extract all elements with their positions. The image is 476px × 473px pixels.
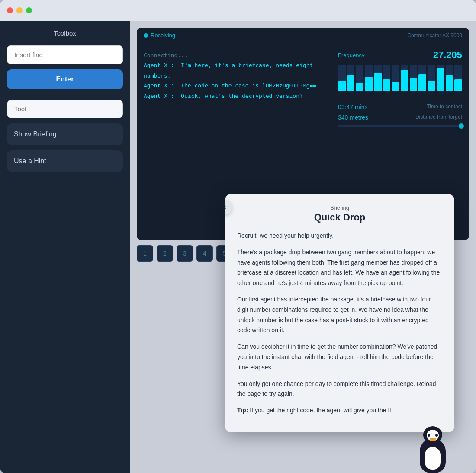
bar-3 [356,65,363,91]
time-to-contact-row: 03:47 mins Time to contact [338,104,462,110]
num-btn-1[interactable]: 1 [137,245,153,262]
chat-line-3: Agent X : The code on the case is lOM2Mz… [144,81,324,91]
distance-label: Distance from target [415,114,462,121]
frequency-section: Frequency 27.205 [331,43,469,97]
enter-button[interactable]: Enter [7,69,123,89]
sidebar: Toolbox Enter Tool Show Briefing Use a H… [0,21,130,473]
penguin-mascot [415,430,450,473]
main-content: Receiving Communicator AX 9000 Connectin… [130,21,476,473]
bar-8 [401,65,408,91]
briefing-para-4: Can you decipher it in time to get the n… [237,342,442,373]
use-hint-button[interactable]: Use a Hint [7,150,123,172]
stats-section: 03:47 mins Time to contact 340 metres Di… [331,97,469,133]
receiving-label: Receiving [151,32,175,39]
traffic-light-green[interactable] [26,7,32,13]
modal-body: Recruit, we need your help urgently. The… [237,231,442,416]
traffic-light-red[interactable] [7,7,13,13]
time-value: 03:47 mins [338,104,367,110]
modal-close-button[interactable]: × [225,200,232,215]
penguin-eye-right [435,434,438,437]
titlebar [0,0,476,21]
show-briefing-button[interactable]: Show Briefing [7,123,123,145]
bar-11 [428,65,435,91]
app-body: Toolbox Enter Tool Show Briefing Use a H… [0,21,476,473]
briefing-para-5: You only get one chance per day to compl… [237,379,442,400]
flag-input[interactable] [7,45,123,64]
briefing-para-2: There's a package drop between two gang … [237,247,442,288]
modal-title: Quick Drop [237,212,442,223]
penguin-eye-left [428,434,430,437]
bar-4 [365,65,373,91]
bar-5 [374,65,382,91]
traffic-light-yellow[interactable] [16,7,23,13]
progress-fill [338,125,462,127]
chat-line-1: Connecting... [144,50,324,60]
time-label: Time to contact [427,104,462,110]
progress-dot [459,123,464,129]
frequency-header: Frequency 27.205 [338,49,462,61]
bar-12 [437,65,444,91]
briefing-modal: × Briefing Quick Drop Recruit, we need y… [225,194,454,432]
receiving-indicator: Receiving [144,32,175,39]
terminal-header: Receiving Communicator AX 9000 [137,28,469,43]
bar-9 [410,65,418,91]
num-btn-3[interactable]: 3 [177,245,193,262]
bar-10 [418,65,426,91]
penguin-body [420,438,446,473]
bar-13 [446,65,453,91]
chat-line-4: Agent X : Quick, what's the decrypted ve… [144,91,324,101]
bar-14 [454,65,462,91]
frequency-value: 27.205 [433,49,462,61]
chat-line-2: Agent X : I'm here, it's a briefcase, ne… [144,60,324,81]
num-btn-2[interactable]: 2 [157,245,173,262]
tool-dropdown[interactable]: Tool [7,100,123,118]
bar-7 [392,65,399,91]
frequency-label: Frequency [338,52,364,58]
communicator-label: Communicator AX 9000 [407,32,462,39]
bar-chart [338,65,462,91]
distance-value: 340 metres [338,114,368,121]
penguin-belly [425,447,441,470]
progress-track [338,125,462,127]
bar-1 [338,65,346,91]
receiving-dot [144,33,148,38]
num-btn-4[interactable]: 4 [196,245,213,262]
briefing-para-tip: Tip: If you get the right code, the agen… [237,405,442,416]
briefing-para-3: Our first agent has intercepted the pack… [237,295,442,336]
bar-6 [383,65,391,91]
bar-2 [347,65,355,91]
modal-subtitle: Briefing [237,204,442,211]
briefing-para-1: Recruit, we need your help urgently. [237,231,442,241]
distance-row: 340 metres Distance from target [338,114,462,121]
toolbox-title: Toolbox [7,29,123,37]
penguin-beak [430,438,436,441]
